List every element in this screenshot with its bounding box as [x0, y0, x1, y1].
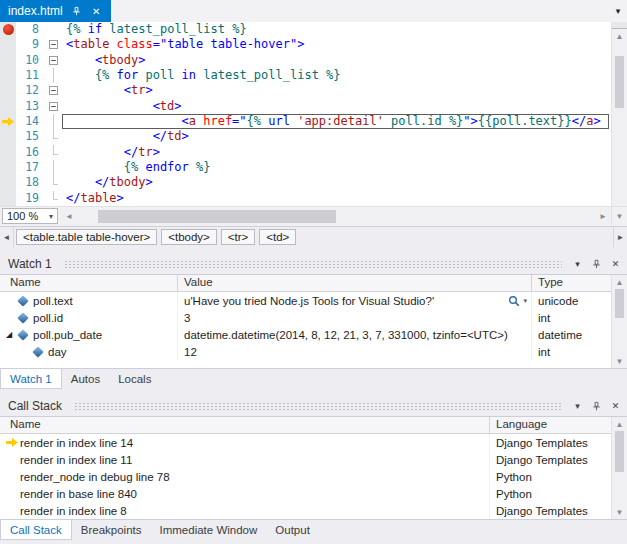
scrollbar-thumb[interactable] — [615, 289, 624, 318]
close-icon[interactable]: ✕ — [608, 399, 623, 414]
breakpoint-margin[interactable] — [0, 175, 16, 190]
watch-col-value[interactable]: Value — [178, 275, 532, 291]
breakpoint-margin[interactable] — [0, 22, 16, 37]
code-line[interactable]: 16</tr> — [0, 145, 611, 160]
editor-vertical-scrollbar[interactable]: ▲ — [611, 22, 627, 206]
tab-index-html[interactable]: index.html ✕ — [0, 0, 111, 22]
code-line[interactable]: 13<td> — [0, 99, 611, 114]
breakpoint-margin[interactable] — [0, 145, 16, 160]
text-visualizer-magnifier-icon[interactable] — [508, 295, 520, 307]
scroll-down-icon[interactable]: ▼ — [612, 505, 627, 519]
tab-call-stack[interactable]: Call Stack — [0, 520, 72, 540]
code-line[interactable]: 17{% endfor %} — [0, 160, 611, 175]
panel-splitter[interactable] — [0, 389, 627, 396]
breakpoint-margin[interactable] — [0, 114, 16, 129]
code-line[interactable]: 14<a href="{% url 'app:detail' poll.id %… — [0, 114, 611, 129]
code-line[interactable]: 15</td> — [0, 129, 611, 144]
watch-row[interactable]: poll.id 3 int — [0, 309, 611, 326]
callstack-vertical-scrollbar[interactable]: ▲ ▼ — [611, 417, 627, 519]
callstack-frame[interactable]: render in index line 14 Django Templates — [0, 434, 611, 451]
code-text[interactable]: <table class="table table-hover"> — [62, 37, 609, 52]
zoom-selector[interactable]: 100 % ▾ — [2, 208, 58, 224]
expander-icon[interactable]: ◢ — [6, 331, 18, 339]
code-line[interactable]: 18</tbody> — [0, 175, 611, 190]
breadcrumb-tbody[interactable]: <tbody> — [161, 229, 217, 245]
tab-list-dropdown-icon[interactable]: ▾ — [609, 0, 627, 22]
collapse-fold-icon[interactable] — [49, 40, 58, 49]
visualizer-dropdown-icon[interactable]: ▾ — [523, 297, 527, 305]
code-line[interactable]: 9<table class="table table-hover"> — [0, 37, 611, 52]
code-line[interactable]: 10<tbody> — [0, 53, 611, 68]
scroll-right-icon[interactable]: ► — [595, 207, 611, 226]
callstack-col-name[interactable]: Name — [0, 417, 490, 433]
tab-watch-1[interactable]: Watch 1 — [0, 369, 62, 389]
code-text[interactable]: <tbody> — [62, 53, 609, 68]
breakpoint-margin[interactable] — [0, 99, 16, 114]
collapse-fold-icon[interactable] — [49, 102, 58, 111]
panel-splitter[interactable] — [0, 247, 627, 254]
fold-margin[interactable] — [46, 37, 62, 52]
tab-output[interactable]: Output — [266, 520, 319, 540]
h-scrollbar-thumb[interactable] — [98, 210, 336, 223]
code-text[interactable]: {% endfor %} — [62, 160, 609, 175]
breakpoint-margin[interactable] — [0, 37, 16, 52]
code-text[interactable]: <td> — [62, 99, 609, 114]
fold-margin[interactable] — [46, 99, 62, 114]
pin-icon[interactable] — [589, 257, 604, 272]
collapse-fold-icon[interactable] — [49, 56, 58, 65]
pin-icon[interactable] — [70, 5, 83, 18]
scrollbar-thumb[interactable] — [615, 431, 624, 472]
breakpoint-margin[interactable] — [0, 160, 16, 175]
watch-row-child[interactable]: day 12 int — [0, 343, 611, 360]
scroll-down-icon[interactable]: ▼ — [611, 207, 627, 226]
breadcrumb-td[interactable]: <td> — [259, 229, 296, 245]
window-position-icon[interactable]: ▾ — [570, 257, 585, 272]
window-position-icon[interactable]: ▾ — [570, 399, 585, 414]
breadcrumb-scroll-left-icon[interactable]: ◄ — [0, 227, 14, 247]
code-line[interactable]: 19</table> — [0, 191, 611, 206]
watch-row[interactable]: poll.text u'Have you tried Node.js Tools… — [0, 292, 611, 309]
code-text[interactable]: </tr> — [62, 145, 609, 160]
breadcrumb-scroll-right-icon[interactable]: ► — [613, 227, 627, 247]
breakpoint-margin[interactable] — [0, 83, 16, 98]
code-text[interactable]: <tr> — [62, 83, 609, 98]
scroll-down-icon[interactable]: ▼ — [612, 354, 627, 368]
code-lines[interactable]: 8{% if latest_poll_list %}9<table class=… — [0, 22, 611, 206]
scrollbar-thumb[interactable] — [615, 56, 624, 108]
watch-row[interactable]: ◢ poll.pub_date datetime.datetime(2014, … — [0, 326, 611, 343]
splitter-handle-icon[interactable] — [612, 22, 627, 29]
tab-immediate-window[interactable]: Immediate Window — [151, 520, 267, 540]
breakpoint-margin[interactable] — [0, 68, 16, 83]
scrollbar-track[interactable] — [612, 43, 627, 206]
watch-col-type[interactable]: Type — [532, 275, 611, 291]
watch-col-name[interactable]: Name — [0, 275, 178, 291]
breadcrumb-tr[interactable]: <tr> — [221, 229, 255, 245]
code-line[interactable]: 11{% for poll in latest_poll_list %} — [0, 68, 611, 83]
callstack-frame[interactable]: render_node in debug line 78 Python — [0, 468, 611, 485]
h-scrollbar-track[interactable] — [77, 207, 595, 226]
scroll-up-icon[interactable]: ▲ — [612, 417, 627, 431]
watch-vertical-scrollbar[interactable]: ▲ ▼ — [611, 275, 627, 368]
collapse-fold-icon[interactable] — [49, 86, 58, 95]
code-text[interactable]: </td> — [62, 129, 609, 144]
code-line[interactable]: 8{% if latest_poll_list %} — [0, 22, 611, 37]
tab-autos[interactable]: Autos — [62, 369, 109, 389]
breakpoint-icon[interactable] — [3, 24, 14, 35]
breakpoint-margin[interactable] — [0, 191, 16, 206]
callstack-col-language[interactable]: Language — [490, 417, 611, 433]
scroll-left-icon[interactable]: ◄ — [61, 207, 77, 226]
fold-margin[interactable] — [46, 53, 62, 68]
callstack-title-bar[interactable]: Call Stack ▾ ✕ — [0, 396, 627, 416]
code-text[interactable]: <a href="{% url 'app:detail' poll.id %}"… — [62, 114, 609, 129]
callstack-frame[interactable]: render in base line 840 Python — [0, 485, 611, 502]
code-text[interactable]: </tbody> — [62, 175, 609, 190]
callstack-frame[interactable]: render in index line 11 Django Templates — [0, 451, 611, 468]
fold-margin[interactable] — [46, 83, 62, 98]
close-icon[interactable]: ✕ — [90, 5, 103, 18]
tab-breakpoints[interactable]: Breakpoints — [72, 520, 151, 540]
editor-horizontal-scrollbar[interactable]: ◄ ► — [61, 207, 611, 226]
code-text[interactable]: {% if latest_poll_list %} — [62, 22, 609, 37]
callstack-frame[interactable]: render in index line 8 Django Templates — [0, 502, 611, 519]
breakpoint-margin[interactable] — [0, 53, 16, 68]
close-icon[interactable]: ✕ — [608, 257, 623, 272]
